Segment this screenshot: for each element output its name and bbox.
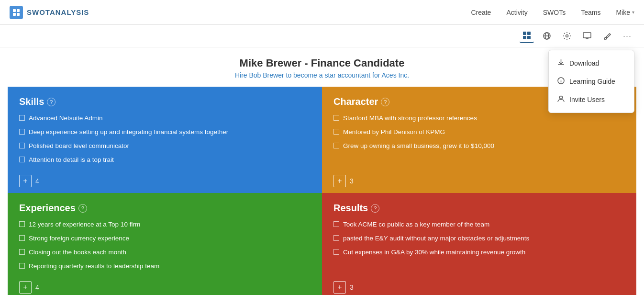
toolbar: ··· Download Learning Guide bbox=[0, 25, 644, 47]
character-add-button[interactable]: + bbox=[333, 175, 346, 187]
nav-create[interactable]: Create bbox=[471, 9, 491, 16]
experiences-checkbox-3[interactable] bbox=[19, 263, 25, 269]
skills-checkbox-3[interactable] bbox=[19, 157, 25, 162]
svg-rect-3 bbox=[17, 13, 20, 16]
experiences-item-text-1: Strong foreign currency experience bbox=[29, 234, 129, 243]
skills-add-button[interactable]: + bbox=[19, 175, 32, 187]
results-item-text-0: Took ACME co public as a key member of t… bbox=[343, 220, 489, 229]
experiences-title: Experiences bbox=[19, 203, 76, 214]
list-item: Cut expenses in G&A by 30% while maintai… bbox=[333, 248, 625, 257]
page-subtitle: Hire Bob Brewer to become a star account… bbox=[0, 71, 644, 79]
experiences-item-text-2: Closing out the books each month bbox=[29, 248, 126, 257]
dropdown-menu: Download Learning Guide Invite Users bbox=[548, 50, 634, 113]
list-item: Closing out the books each month bbox=[19, 248, 311, 257]
experiences-header: Experiences? bbox=[19, 203, 311, 214]
results-checkbox-2[interactable] bbox=[333, 249, 339, 255]
monitor-icon[interactable] bbox=[580, 29, 594, 43]
brand-name: SWOTANALYSIS bbox=[27, 8, 89, 16]
quadrant-skills: Skills?Advanced Netsuite AdminDeep exper… bbox=[8, 87, 322, 193]
navbar: SWOTANALYSIS Create Activity SWOTs Teams… bbox=[0, 0, 644, 25]
results-footer: +3 bbox=[333, 281, 625, 294]
character-checkbox-2[interactable] bbox=[333, 143, 339, 148]
info-icon bbox=[557, 77, 565, 86]
nav-links: Create Activity SWOTs Teams Mike ▾ bbox=[471, 9, 634, 16]
skills-item-text-3: Attention to detail is a top trait bbox=[29, 156, 114, 165]
character-title: Character bbox=[333, 96, 378, 107]
character-footer: +3 bbox=[333, 175, 625, 187]
svg-rect-6 bbox=[523, 36, 526, 39]
list-item: Strong foreign currency experience bbox=[19, 234, 311, 243]
download-icon bbox=[557, 59, 565, 68]
brush-icon[interactable] bbox=[600, 29, 614, 43]
download-button[interactable]: Download bbox=[549, 54, 634, 72]
list-item: Stanford MBA with strong professor refer… bbox=[333, 114, 625, 123]
skills-title: Skills bbox=[19, 96, 44, 107]
character-item-text-0: Stanford MBA with strong professor refer… bbox=[343, 114, 477, 123]
globe-icon[interactable] bbox=[540, 29, 554, 43]
experiences-item-text-0: 12 years of experience at a Top 10 firm bbox=[29, 220, 140, 229]
character-checkbox-1[interactable] bbox=[333, 129, 339, 135]
list-item: pasted the E&Y audit without any major o… bbox=[333, 234, 625, 243]
svg-point-11 bbox=[566, 35, 568, 37]
user-icon bbox=[557, 95, 565, 104]
experiences-items: 12 years of experience at a Top 10 firmS… bbox=[19, 220, 311, 277]
results-item-text-2: Cut expenses in G&A by 30% while maintai… bbox=[343, 248, 525, 257]
invite-users-button[interactable]: Invite Users bbox=[549, 91, 634, 109]
character-count: 3 bbox=[350, 177, 354, 185]
svg-rect-5 bbox=[527, 32, 531, 35]
experiences-add-button[interactable]: + bbox=[19, 281, 32, 294]
list-item: 12 years of experience at a Top 10 firm bbox=[19, 220, 311, 229]
user-menu[interactable]: Mike ▾ bbox=[616, 9, 634, 16]
character-item-text-2: Grew up owning a small business, grew it… bbox=[343, 142, 494, 151]
nav-activity[interactable]: Activity bbox=[506, 9, 527, 16]
skills-help-icon[interactable]: ? bbox=[47, 98, 56, 106]
skills-checkbox-1[interactable] bbox=[19, 129, 25, 135]
skills-header: Skills? bbox=[19, 96, 311, 107]
character-help-icon[interactable]: ? bbox=[381, 98, 389, 106]
experiences-help-icon[interactable]: ? bbox=[78, 204, 87, 213]
learning-guide-label: Learning Guide bbox=[569, 78, 615, 85]
experiences-footer: +4 bbox=[19, 281, 311, 294]
skills-item-text-1: Deep experience setting up and integrati… bbox=[29, 128, 228, 137]
skills-checkbox-2[interactable] bbox=[19, 143, 25, 148]
learning-guide-button[interactable]: Learning Guide bbox=[549, 72, 634, 91]
svg-rect-12 bbox=[583, 33, 591, 38]
character-item-text-1: Mentored by Phil Denison of KPMG bbox=[343, 128, 445, 137]
svg-rect-7 bbox=[527, 36, 531, 39]
invite-users-label: Invite Users bbox=[569, 96, 605, 103]
list-item: Attention to detail is a top trait bbox=[19, 156, 311, 165]
svg-rect-4 bbox=[523, 32, 526, 35]
grid-icon[interactable] bbox=[520, 29, 534, 43]
nav-teams[interactable]: Teams bbox=[581, 9, 600, 16]
results-items: Took ACME co public as a key member of t… bbox=[333, 220, 625, 277]
experiences-item-text-3: Reporting quarterly results to leadershi… bbox=[29, 262, 159, 271]
more-options-icon[interactable]: ··· bbox=[620, 29, 634, 43]
settings-icon[interactable] bbox=[560, 29, 574, 43]
character-checkbox-0[interactable] bbox=[333, 115, 339, 121]
results-item-text-1: pasted the E&Y audit without any major o… bbox=[343, 234, 529, 243]
quadrant-results: Results?Took ACME co public as a key mem… bbox=[322, 193, 636, 295]
list-item: Mentored by Phil Denison of KPMG bbox=[333, 128, 625, 137]
list-item: Advanced Netsuite Admin bbox=[19, 114, 311, 123]
svg-rect-2 bbox=[13, 13, 16, 16]
results-add-button[interactable]: + bbox=[333, 281, 346, 294]
results-checkbox-0[interactable] bbox=[333, 221, 339, 227]
skills-footer: +4 bbox=[19, 175, 311, 187]
list-item: Took ACME co public as a key member of t… bbox=[333, 220, 625, 229]
user-name: Mike bbox=[616, 9, 630, 16]
experiences-checkbox-0[interactable] bbox=[19, 221, 25, 227]
brand-icon bbox=[10, 6, 23, 19]
list-item: Reporting quarterly results to leadershi… bbox=[19, 262, 311, 271]
experiences-checkbox-1[interactable] bbox=[19, 235, 25, 241]
results-checkbox-1[interactable] bbox=[333, 235, 339, 241]
results-count: 3 bbox=[350, 284, 354, 291]
brand: SWOTANALYSIS bbox=[10, 6, 89, 19]
results-help-icon[interactable]: ? bbox=[371, 204, 379, 213]
experiences-checkbox-2[interactable] bbox=[19, 249, 25, 255]
skills-item-text-0: Advanced Netsuite Admin bbox=[29, 114, 103, 123]
svg-rect-0 bbox=[13, 9, 16, 12]
nav-swots[interactable]: SWOTs bbox=[543, 9, 566, 16]
skills-item-text-2: Polished board level communicator bbox=[29, 142, 129, 151]
list-item: Polished board level communicator bbox=[19, 142, 311, 151]
skills-checkbox-0[interactable] bbox=[19, 115, 25, 121]
